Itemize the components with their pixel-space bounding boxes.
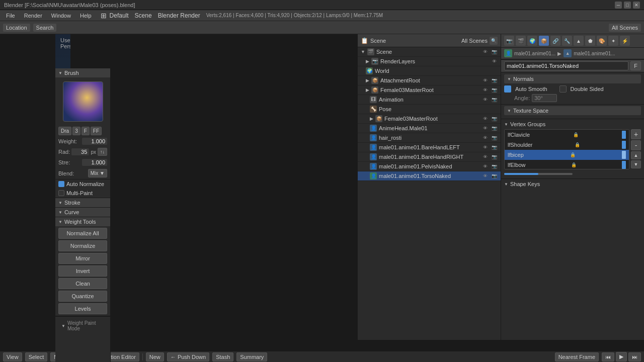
menu-window[interactable]: Window: [47, 12, 75, 20]
oi-animation[interactable]: 🎞 Animation 👁 📷: [358, 95, 501, 105]
scene-selector[interactable]: Scene: [135, 12, 152, 19]
vg-lfclavicle[interactable]: lfClavicle 🔒: [505, 130, 629, 140]
oi-render-attach[interactable]: 📷: [491, 77, 498, 84]
oi-vis-rl[interactable]: 👁: [491, 58, 498, 65]
prop-world-icon[interactable]: 🌍: [527, 36, 537, 46]
brush-section-header[interactable]: Brush: [55, 68, 110, 77]
vg-lock-bicep[interactable]: 🔒: [570, 152, 576, 157]
vg-lock-shoulder[interactable]: 🔒: [575, 142, 580, 147]
normals-header[interactable]: Normals: [504, 74, 641, 83]
curve-header[interactable]: Curve: [55, 208, 110, 217]
oi-renderlayers[interactable]: ▶ 📷 RenderLayers 👁: [358, 57, 501, 66]
oi-render-f03[interactable]: 📷: [491, 86, 498, 94]
weight-input[interactable]: [82, 138, 107, 145]
oi-render-animehead[interactable]: 📷: [491, 125, 498, 132]
vg-up-btn[interactable]: ▲: [631, 151, 641, 159]
prop-physics-icon[interactable]: ⚡: [620, 36, 630, 46]
vg-lfbicep[interactable]: lfbicep 🔒: [505, 150, 629, 160]
prop-modifiers-icon[interactable]: 🔧: [562, 36, 572, 46]
clean-btn[interactable]: Clean: [58, 278, 107, 289]
tl-new-btn[interactable]: New: [146, 352, 164, 361]
oi-handright[interactable]: 👤 male01.anime01.BareHandRIGHT 👁 📷: [358, 152, 501, 162]
tl-select-btn[interactable]: Select: [25, 352, 48, 361]
oi-vis-attach[interactable]: 👁: [481, 77, 489, 84]
tl-forward-btn[interactable]: ⏭: [628, 352, 641, 361]
prop-object-icon[interactable]: 📦: [539, 36, 549, 46]
oi-render-f03mr[interactable]: 📷: [491, 115, 498, 122]
oi-vis-handright[interactable]: 👁: [481, 153, 489, 160]
location-button[interactable]: Location: [3, 24, 30, 32]
brush-dra-btn[interactable]: Dra: [58, 127, 71, 135]
oi-hairrosti[interactable]: 👤 hair_rosti 👁 📷: [358, 133, 501, 143]
vg-slider[interactable]: [504, 173, 573, 175]
window-controls[interactable]: ─ □ ✕: [615, 2, 640, 9]
menu-help[interactable]: Help: [76, 12, 96, 20]
normalize-all-btn[interactable]: Normalize All: [58, 228, 107, 239]
brush-3-btn[interactable]: 3: [72, 127, 80, 135]
prop-scene-icon[interactable]: 🎬: [516, 36, 526, 46]
vg-add-btn[interactable]: +: [631, 129, 641, 139]
oi-vis-scene[interactable]: 👁: [481, 48, 489, 55]
tl-stash-btn[interactable]: Stash: [212, 352, 233, 361]
oi-render-hair[interactable]: 📷: [491, 134, 498, 141]
oi-torso[interactable]: 👤 male01.anime01.TorsoNaked 👁 📷: [358, 171, 501, 181]
prop-objectdata-icon[interactable]: ▲: [574, 36, 584, 46]
stroke-header[interactable]: Stroke: [55, 198, 110, 207]
invert-btn[interactable]: Invert: [58, 265, 107, 277]
oi-female03[interactable]: ▶ 📦 Female03MasterRoot 👁 📷: [358, 85, 501, 95]
minimize-button[interactable]: ─: [615, 2, 622, 9]
oi-animehead[interactable]: 👤 AnimeHead.Male01 👁 📷: [358, 124, 501, 133]
obj-f-button[interactable]: F: [630, 61, 641, 70]
normalize-btn[interactable]: Normalize: [58, 240, 107, 251]
object-name-input[interactable]: [504, 61, 628, 70]
vg-header[interactable]: Vertex Groups: [504, 121, 641, 127]
oi-pose[interactable]: 🦴 Pose: [358, 105, 501, 114]
levels-btn[interactable]: Levels: [58, 303, 107, 314]
oi-handleft[interactable]: 👤 male01.anime01.BareHandLEFT 👁 📷: [358, 143, 501, 152]
prop-material-icon[interactable]: ⬟: [585, 36, 595, 46]
engine-selector[interactable]: Blender Render: [158, 12, 200, 19]
menu-file[interactable]: File: [2, 12, 19, 20]
vg-remove-btn[interactable]: -: [631, 140, 641, 150]
oi-vis-hair[interactable]: 👁: [481, 134, 489, 141]
oi-vis-animehead[interactable]: 👁: [481, 125, 489, 132]
oi-vis-f03[interactable]: 👁: [481, 86, 489, 94]
search-button[interactable]: Search: [33, 24, 57, 32]
oi-female03mr[interactable]: ▶ 📦 Female03MasterRoot 👁 📷: [358, 114, 501, 124]
prop-texture-icon[interactable]: 🎨: [597, 36, 607, 46]
close-button[interactable]: ✕: [633, 2, 640, 9]
brush-f-btn[interactable]: F: [82, 127, 90, 135]
vg-lock-clavicle[interactable]: 🔒: [573, 132, 579, 137]
texture-space-header[interactable]: Texture Space: [504, 106, 641, 115]
oi-render-handright[interactable]: 📷: [491, 153, 498, 160]
tl-push-down-btn[interactable]: ← Push Down: [167, 352, 209, 361]
all-scenes-button[interactable]: All Scenes: [609, 24, 641, 32]
mirror-btn[interactable]: Mirror: [58, 253, 107, 264]
angle-input[interactable]: [532, 94, 557, 102]
oi-render-pelvis[interactable]: 📷: [491, 163, 498, 170]
vg-lock-elbow[interactable]: 🔒: [571, 162, 577, 167]
sk-header[interactable]: Shape Keys: [504, 181, 641, 187]
oi-render-anim[interactable]: 📷: [491, 96, 498, 103]
tl-play-btn[interactable]: ▶: [616, 352, 627, 361]
layout-selector[interactable]: Default: [110, 12, 129, 19]
tl-summary-btn[interactable]: Summary: [236, 352, 267, 361]
prop-particles-icon[interactable]: ✦: [608, 36, 618, 46]
oi-vis-pelvis[interactable]: 👁: [481, 163, 489, 170]
oi-vis-handleft[interactable]: 👁: [481, 144, 489, 151]
blend-select[interactable]: Mix ▼: [88, 169, 107, 177]
radius-input[interactable]: [71, 148, 89, 155]
oi-attach[interactable]: ▶ 📦 AttachmentRoot 👁 📷: [358, 76, 501, 85]
double-sided-check[interactable]: [559, 85, 567, 93]
vg-lfshoulder[interactable]: lfShoulder 🔒: [505, 140, 629, 150]
weight-tools-header[interactable]: Weight Tools: [55, 217, 110, 226]
multi-paint-check[interactable]: [58, 190, 64, 196]
brush-ff-btn[interactable]: FF: [91, 127, 102, 135]
strength-input[interactable]: [82, 159, 107, 166]
oi-vis-torso[interactable]: 👁: [481, 172, 489, 179]
oi-world[interactable]: 🌍 World: [358, 66, 501, 76]
oi-vis-anim[interactable]: 👁: [481, 96, 489, 103]
tl-rewind-btn[interactable]: ⏮: [602, 352, 614, 361]
oi-render-handleft[interactable]: 📷: [491, 144, 498, 151]
tl-view-btn[interactable]: View: [3, 352, 22, 361]
